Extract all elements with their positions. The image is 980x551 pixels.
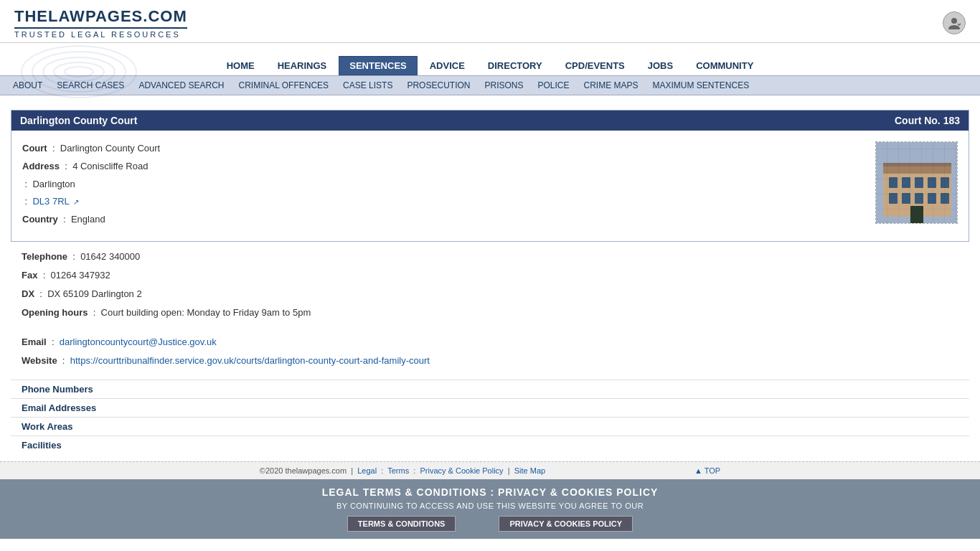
header: THELAWPAGES.COM TRUSTED LEGAL RESOURCES: [0, 0, 980, 43]
sub-nav-item-police[interactable]: POLICE: [530, 78, 576, 93]
svg-rect-11: [915, 177, 923, 188]
address-line1: 4 Coniscliffe Road: [72, 161, 148, 171]
country-row: Country : England: [22, 212, 861, 227]
svg-rect-16: [915, 193, 923, 204]
fax-row: Fax : 01264 347932: [22, 268, 958, 283]
court-card-title: Darlington County Court: [20, 115, 137, 126]
cookie-banner: LEGAL TERMS & CONDITIONS : PRIVACY & COO…: [0, 479, 980, 539]
privacy-policy-button[interactable]: PRIVACY & COOKIES POLICY: [499, 516, 633, 532]
sub-nav-item-maximum-sentences[interactable]: MAXIMUM SENTENCES: [646, 78, 757, 93]
court-label: Court: [22, 143, 47, 154]
main-nav-item-directory[interactable]: DIRECTORY: [477, 56, 553, 75]
website-row: Website : https://courttribunalfinder.se…: [22, 353, 958, 369]
sub-nav-item-criminal-offences[interactable]: CRIMINAL OFFENCES: [232, 78, 336, 93]
telephone-row: Telephone : 01642 340000: [22, 249, 958, 265]
main-nav-item-sentences[interactable]: SENTENCES: [339, 56, 417, 75]
address-line2: Darlington: [32, 179, 75, 189]
main-nav-item-community[interactable]: COMMUNITY: [685, 56, 764, 75]
svg-rect-17: [928, 193, 936, 204]
cookie-banner-text: BY CONTINUING TO ACCESS AND USE THIS WEB…: [14, 501, 966, 510]
sub-nav-item-prosecution[interactable]: PROSECUTION: [400, 78, 477, 93]
court-row: Court : Darlington County Court: [22, 141, 861, 156]
logo-title[interactable]: THELAWPAGES.COM: [14, 7, 187, 29]
main-nav-item-home[interactable]: HOME: [216, 56, 265, 75]
dx-value: DX 65109 Darlington 2: [47, 288, 142, 299]
main-nav: HOMEHEARINGSSENTENCESADVICEDIRECTORYCPD/…: [0, 50, 980, 75]
svg-rect-6: [876, 141, 957, 224]
main-content: Darlington County Court Court No. 183 Co…: [0, 95, 980, 461]
svg-rect-10: [902, 177, 910, 188]
svg-point-4: [54, 62, 104, 81]
svg-rect-20: [883, 163, 951, 166]
address-line2-row: : Darlington: [22, 177, 861, 192]
logo-block: THELAWPAGES.COM TRUSTED LEGAL RESOURCES: [14, 7, 187, 39]
court-info: Court : Darlington County Court Address …: [22, 141, 861, 230]
sub-nav-item-case-lists[interactable]: CASE LISTS: [336, 78, 400, 93]
address-row: Address : 4 Coniscliffe Road: [22, 159, 861, 174]
footer-privacy-link[interactable]: Privacy & Cookie Policy: [420, 466, 503, 475]
footer-terms-link[interactable]: Terms: [387, 466, 409, 475]
dx-row: DX : DX 65109 Darlington 2: [22, 286, 958, 302]
svg-rect-8: [883, 166, 951, 174]
website-label: Website: [22, 355, 57, 366]
main-nav-item-cpd-events[interactable]: CPD/EVENTS: [555, 56, 636, 75]
footer: ©2020 thelawpages.com | Legal : Terms : …: [0, 461, 980, 479]
cookie-banner-links: TERMS & CONDITIONS PRIVACY & COOKIES POL…: [14, 516, 966, 532]
svg-rect-12: [928, 177, 936, 188]
svg-rect-15: [902, 193, 910, 204]
email-link[interactable]: darlingtoncountycourt@Justice.gov.uk: [60, 336, 217, 347]
country-label: Country: [22, 214, 58, 225]
court-image: [875, 141, 958, 224]
court-building-image: [876, 141, 957, 224]
fax-label: Fax: [22, 270, 37, 281]
country-value: England: [71, 214, 105, 225]
nav-area: HOMEHEARINGSSENTENCESADVICEDIRECTORYCPD/…: [0, 43, 980, 75]
court-value: Darlington County Court: [60, 143, 160, 154]
section-email-addresses[interactable]: Email Addresses: [11, 398, 969, 417]
svg-point-0: [951, 18, 957, 24]
svg-rect-13: [941, 177, 949, 188]
opening-label: Opening hours: [22, 307, 88, 318]
fingerprint-decoration: [14, 43, 143, 100]
address-label: Address: [22, 161, 60, 171]
website-link[interactable]: https://courttribunalfinder.service.gov.…: [70, 355, 430, 366]
svg-rect-9: [889, 177, 897, 188]
court-card: Darlington County Court Court No. 183 Co…: [11, 110, 969, 242]
court-card-body: Court : Darlington County Court Address …: [11, 131, 969, 241]
email-label: Email: [22, 336, 47, 347]
footer-sitemap-link[interactable]: Site Map: [514, 466, 545, 475]
sub-nav-item-prisons[interactable]: PRISONS: [477, 78, 530, 93]
section-work-areas[interactable]: Work Areas: [11, 417, 969, 435]
main-nav-item-jobs[interactable]: JOBS: [637, 56, 684, 75]
fax-value: 01264 347932: [51, 270, 110, 281]
postcode-row: : DL3 7RL ↗: [22, 194, 861, 209]
footer-top-link[interactable]: ▲ TOP: [694, 466, 720, 475]
court-card-no: Court No. 183: [895, 115, 960, 126]
sub-nav-item-crime-maps[interactable]: CRIME MAPS: [577, 78, 646, 93]
sections-list: Phone NumbersEmail AddressesWork AreasFa…: [11, 380, 969, 454]
footer-legal-link[interactable]: Legal: [357, 466, 377, 475]
opening-value: Court building open: Monday to Friday 9a…: [101, 307, 311, 318]
contact-section: Telephone : 01642 340000 Fax : 01264 347…: [11, 249, 969, 380]
cookie-banner-title: LEGAL TERMS & CONDITIONS : PRIVACY & COO…: [14, 486, 966, 498]
section-phone-numbers[interactable]: Phone Numbers: [11, 380, 969, 398]
section-facilities[interactable]: Facilities: [11, 435, 969, 454]
footer-copyright: ©2020 thelawpages.com: [260, 466, 347, 475]
telephone-label: Telephone: [22, 251, 67, 262]
svg-rect-19: [910, 206, 923, 224]
postcode-link[interactable]: DL3 7RL: [32, 196, 69, 207]
logo-subtitle: TRUSTED LEGAL RESOURCES: [14, 30, 187, 39]
email-row: Email : darlingtoncountycourt@Justice.go…: [22, 334, 958, 350]
svg-point-1: [22, 46, 136, 98]
svg-point-5: [65, 67, 93, 77]
sub-nav: ABOUTSEARCH CASESADVANCED SEARCHCRIMINAL…: [0, 75, 980, 95]
main-nav-item-advice[interactable]: ADVICE: [419, 56, 476, 75]
user-icon[interactable]: [943, 11, 966, 34]
svg-rect-7: [883, 166, 951, 217]
svg-rect-14: [889, 193, 897, 204]
dx-label: DX: [22, 288, 34, 299]
main-nav-item-hearings[interactable]: HEARINGS: [267, 56, 338, 75]
terms-conditions-button[interactable]: TERMS & CONDITIONS: [347, 516, 456, 532]
opening-row: Opening hours : Court building open: Mon…: [22, 305, 958, 321]
sub-nav-item-advanced-search[interactable]: ADVANCED SEARCH: [131, 78, 231, 93]
